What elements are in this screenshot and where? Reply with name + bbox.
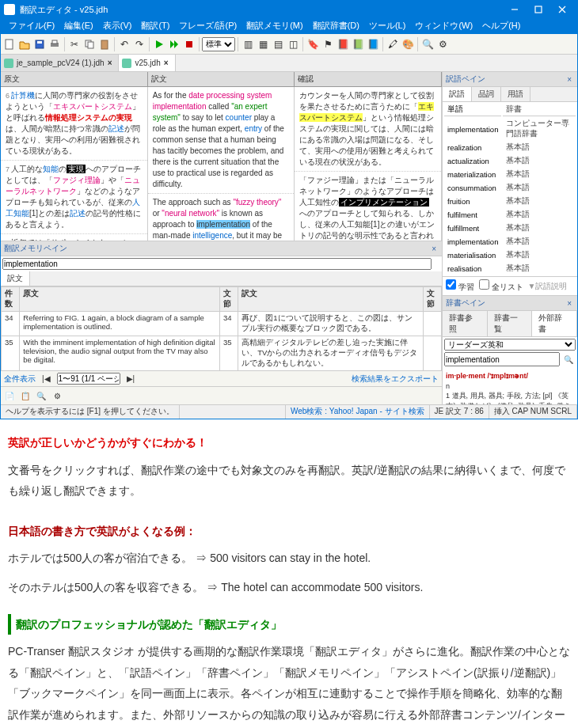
yakugo-row[interactable]: actualization基本語 <box>444 155 576 167</box>
mem-tool-icon[interactable]: ⚙ <box>50 389 64 403</box>
book-icon[interactable]: 📕 <box>336 37 350 51</box>
book3-icon[interactable]: 📘 <box>366 37 380 51</box>
memory-tab-translation[interactable]: 訳文 <box>1 271 30 286</box>
cut-icon[interactable]: ✂ <box>67 37 82 51</box>
close-pane-icon[interactable]: × <box>565 299 574 308</box>
memory-pane: 翻訳メモリペイン × 訳文 件数 原文 文節 訳文 文節 <box>1 241 442 404</box>
style-select[interactable]: 標準 <box>202 37 235 51</box>
book2-icon[interactable]: 📗 <box>351 37 365 51</box>
mem-tool-icon[interactable]: 🔍 <box>34 389 48 403</box>
memory-col-seg1: 文節 <box>219 287 238 312</box>
yakugo-row[interactable]: materialization基本語 <box>444 169 576 180</box>
maximize-button[interactable] <box>527 1 550 18</box>
status-bar: ヘルプを表示するには [F1] を押してください。 Web検索 : Yahoo!… <box>1 404 577 419</box>
paste-icon[interactable] <box>97 37 112 51</box>
menu-phrase[interactable]: フレーズ/語(P) <box>174 18 241 34</box>
source-segment: 8近年では「サポートベクターマシン」が注目されている。 <box>1 234 147 241</box>
dict-source-select[interactable]: リーダーズ英和 <box>444 339 576 351</box>
app-window: 翻訳エディタ - v25.jdh ファイル(F) 編集(E) 表示(V) 翻訳(… <box>0 0 578 419</box>
menu-window[interactable]: ウィンドウ(W) <box>410 18 477 34</box>
dict-tab-list[interactable]: 辞書一覧 <box>488 311 533 336</box>
search-icon[interactable]: 🔍 <box>561 352 576 366</box>
explain-button[interactable]: ▼訳語説明 <box>528 281 568 292</box>
yakugo-tab-pos[interactable]: 品詞 <box>472 87 501 101</box>
article-paragraph: 文番号をクリックすれば、翻訳作業の途中でも対象文のみを再翻訳。英訳/逆翻訳の結果… <box>8 460 570 502</box>
example-sentence: そのホテルは500人の客を収容できる。 ⇒ The hotel can acco… <box>8 577 570 598</box>
bookmark-icon[interactable]: 🔖 <box>306 37 320 51</box>
mem-tool-icon[interactable]: 📄 <box>2 389 17 403</box>
redo-icon[interactable]: ↷ <box>132 37 146 51</box>
yakugo-row[interactable]: implementationコンピューター専門語辞書 <box>444 118 576 140</box>
settings-icon[interactable]: ⚙ <box>435 37 450 51</box>
side-panels: 訳語ペイン × 訳語 品詞 用語 単語辞書 implementationコンピュ… <box>443 72 577 404</box>
pane-icon-3[interactable]: ▤ <box>271 37 285 51</box>
run-all-icon[interactable] <box>167 37 181 51</box>
highlight-icon[interactable]: 🖍 <box>386 37 400 51</box>
close-tab-icon[interactable]: × <box>108 59 112 67</box>
stop-icon[interactable] <box>182 37 196 51</box>
show-all-link[interactable]: 全件表示 <box>4 373 36 385</box>
print-icon[interactable] <box>48 37 62 51</box>
source-column[interactable]: 6計算機に人間の専門家の役割をさせようという「エキスパートシステム」と呼ばれる情… <box>1 87 148 241</box>
pane-icon-1[interactable]: ▥ <box>241 37 255 51</box>
toolbar: ✂ ↶ ↷ 標準 ▥ ▦ ▤ ◫ 🔖 ⚑ 📕 📗 📘 🖍 🎨 🔍 ⚙ <box>1 34 577 55</box>
memory-search-input[interactable] <box>2 258 432 270</box>
close-button[interactable] <box>550 1 574 18</box>
dict-search-input[interactable] <box>444 352 560 366</box>
menu-dict[interactable]: 翻訳辞書(D) <box>308 18 364 34</box>
open-icon[interactable] <box>17 37 32 51</box>
yakugo-row[interactable]: materialisation基本語 <box>444 249 576 261</box>
yakugo-row[interactable]: fulfilment基本語 <box>444 209 576 221</box>
target-column[interactable]: As for the date processing system implem… <box>148 87 295 241</box>
menu-file[interactable]: ファイル(F) <box>4 18 59 34</box>
yakugo-row[interactable]: fruition基本語 <box>444 195 576 207</box>
save-icon[interactable] <box>32 37 47 51</box>
dict-tab-ext[interactable]: 外部辞書 <box>532 311 577 336</box>
header-source: 原文 <box>1 72 148 86</box>
page-input[interactable] <box>57 373 120 385</box>
menu-edit[interactable]: 編集(E) <box>59 18 98 34</box>
learn-checkbox[interactable]: 学習 <box>446 279 474 293</box>
memory-row[interactable]: 35With the imminent implementation of hi… <box>2 336 442 371</box>
menu-help[interactable]: ヘルプ(H) <box>477 18 525 34</box>
yakugo-row[interactable]: consummation基本語 <box>444 182 576 194</box>
memory-row[interactable]: 34Referring to FIG. 1 again, a block dia… <box>2 312 442 336</box>
yakugo-row[interactable]: implementation基本語 <box>444 236 576 248</box>
menu-tools[interactable]: ツール(L) <box>364 18 410 34</box>
new-file-icon[interactable] <box>2 37 17 51</box>
yakugo-tab-term[interactable]: 用語 <box>501 87 530 101</box>
menu-view[interactable]: 表示(V) <box>98 18 137 34</box>
all-list-checkbox[interactable]: 全リスト <box>479 279 523 293</box>
menu-translate[interactable]: 翻訳(T) <box>136 18 174 34</box>
yakugo-tab-word[interactable]: 訳語 <box>443 87 472 101</box>
color-icon[interactable]: 🎨 <box>401 37 415 51</box>
close-pane-icon[interactable]: × <box>565 75 574 84</box>
doc-tab-1[interactable]: je_sample_pcV24 (1).jdh × <box>1 55 119 71</box>
target-segment: As for the date processing system implem… <box>148 87 295 194</box>
svg-rect-12 <box>186 41 192 47</box>
dict-tab-ref[interactable]: 辞書参照 <box>443 311 488 336</box>
yakugo-row[interactable]: realisation基本語 <box>444 263 576 275</box>
svg-rect-1 <box>535 6 542 13</box>
pane-icon-4[interactable]: ◫ <box>286 37 300 51</box>
doc-tab-2[interactable]: v25.jdh × <box>119 55 175 71</box>
yakugo-row[interactable]: realization基本語 <box>444 142 576 154</box>
flag-icon[interactable]: ⚑ <box>321 37 335 51</box>
copy-icon[interactable] <box>82 37 97 51</box>
close-tab-icon[interactable]: × <box>164 59 169 67</box>
doc-tab-label: je_sample_pcV24 (1).jdh <box>17 59 105 67</box>
yakugo-row[interactable]: fulfillment基本語 <box>444 222 576 234</box>
zoom-icon[interactable]: 🔍 <box>420 37 435 51</box>
mem-tool-icon[interactable]: 📋 <box>18 389 32 403</box>
memory-col-target: 訳文 <box>238 287 424 312</box>
export-link[interactable]: 検索結果をエクスポート <box>352 373 439 385</box>
undo-icon[interactable]: ↶ <box>117 37 131 51</box>
run-icon[interactable] <box>152 37 166 51</box>
yakugo-pane-title: 訳語ペイン × <box>443 72 577 87</box>
back-column[interactable]: カウンターを人間の専門家として役割を果たさせるために言うために「エキスパートシス… <box>295 87 442 241</box>
pane-icon-2[interactable]: ▦ <box>256 37 270 51</box>
menu-memory[interactable]: 翻訳メモリ(M) <box>241 18 308 34</box>
memory-footer: 全件表示 |◀▶| 検索結果をエクスポート <box>1 371 442 386</box>
minimize-button[interactable] <box>503 1 527 18</box>
close-pane-icon[interactable]: × <box>429 245 439 253</box>
